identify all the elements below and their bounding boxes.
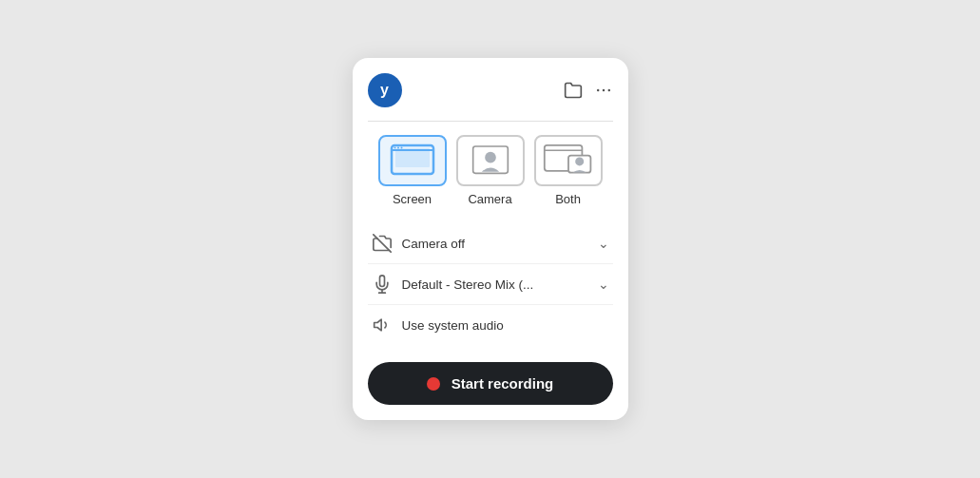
source-option-camera[interactable]: Camera: [456, 135, 525, 206]
svg-marker-18: [374, 319, 381, 331]
folder-icon[interactable]: [564, 81, 583, 100]
camera-label: Camera: [468, 192, 511, 206]
svg-point-6: [394, 147, 395, 149]
svg-line-15: [373, 235, 390, 252]
camera-chevron: ⌄: [598, 236, 609, 251]
svg-point-2: [607, 89, 610, 92]
camera-off-label: Camera off: [402, 237, 588, 251]
screen-icon-box: [378, 135, 447, 186]
more-options-icon[interactable]: [594, 81, 613, 100]
source-option-both[interactable]: Both: [534, 135, 603, 206]
microphone-label: Default - Stereo Mix (...: [402, 277, 588, 292]
svg-point-14: [575, 157, 584, 165]
source-option-screen[interactable]: Screen: [378, 135, 447, 206]
start-recording-label: Start recording: [452, 375, 554, 392]
svg-point-10: [485, 152, 496, 163]
both-label: Both: [555, 192, 581, 206]
record-dot: [427, 377, 440, 391]
speaker-icon: [372, 315, 393, 335]
screen-label: Screen: [393, 192, 432, 206]
microphone-control[interactable]: Default - Stereo Mix (... ⌄: [368, 264, 613, 305]
start-recording-button[interactable]: Start recording: [368, 362, 613, 405]
recording-card: y: [353, 58, 628, 420]
audio-control[interactable]: Use system audio: [368, 305, 613, 345]
source-options: Screen Camera: [368, 135, 613, 206]
both-icon-box: [534, 135, 603, 186]
audio-label: Use system audio: [402, 318, 609, 333]
header-icons: [564, 81, 613, 100]
svg-point-7: [397, 147, 399, 149]
card-header: y: [368, 73, 613, 107]
header-divider: [368, 121, 613, 122]
camera-icon-box: [456, 135, 525, 186]
svg-point-0: [596, 89, 599, 92]
svg-point-1: [602, 89, 605, 92]
microphone-chevron: ⌄: [598, 277, 609, 292]
controls-section: Camera off ⌄ Default - Stereo Mix (... ⌄: [368, 223, 613, 345]
avatar: y: [368, 73, 402, 107]
svg-point-8: [400, 147, 402, 149]
microphone-icon: [372, 274, 393, 295]
camera-control[interactable]: Camera off ⌄: [368, 223, 613, 264]
camera-off-icon: [372, 233, 393, 254]
